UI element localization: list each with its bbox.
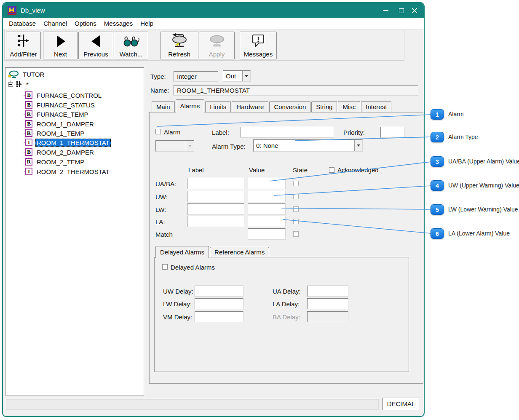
next-arrow-icon	[54, 34, 67, 48]
alarm-type-value: 0: None	[254, 140, 354, 151]
lw-value-input[interactable]	[248, 203, 286, 215]
tab-limits[interactable]: Limits	[205, 101, 231, 112]
direction-dropdown-button[interactable]	[242, 71, 250, 81]
apply-button[interactable]: Apply	[199, 32, 235, 59]
uw-state-checkbox[interactable]	[293, 194, 299, 199]
callout-label-3: UA/BA (Upper Alarm) Value	[448, 158, 519, 165]
acknowledged-label: Acknowledged	[337, 166, 379, 174]
alarm-checkbox[interactable]	[155, 129, 161, 134]
tree-item-room1-damper[interactable]: B ROOM_1_DAMPER	[25, 120, 95, 128]
tree-item-room2-temp[interactable]: R ROOM_2_TEMP	[25, 158, 86, 166]
tree-filter-node[interactable]: *	[16, 80, 30, 88]
add-filter-icon	[15, 34, 32, 49]
tree-item-room2-damper[interactable]: B ROOM_2_DAMPER	[25, 148, 95, 156]
delayed-alarms-checkbox[interactable]	[162, 264, 168, 270]
messages-button[interactable]: Messages	[240, 32, 277, 59]
refresh-label: Refresh	[168, 51, 190, 58]
minimize-button[interactable]	[379, 5, 392, 16]
lw-state-checkbox[interactable]	[293, 206, 299, 212]
uw-label-input[interactable]	[187, 191, 244, 202]
tree-item-label: FURNACE_CONTROL	[35, 91, 103, 99]
main-tabstrip: Main Alarms Limits Hardware Conversion S…	[152, 99, 392, 112]
previous-button[interactable]: Previous	[78, 32, 113, 59]
expand-collapse-box[interactable]	[8, 82, 13, 87]
alarm-type-label: Alarm Type:	[212, 143, 246, 150]
tab-alarms[interactable]: Alarms	[176, 99, 205, 112]
menu-help[interactable]: Help	[140, 20, 153, 27]
tree-item-furnace-status[interactable]: B FURNACE_STATUS	[25, 101, 96, 109]
apply-icon	[207, 33, 227, 49]
tab-reference-alarms[interactable]: Reference Alarms	[210, 247, 269, 257]
uw-delay-label: UW Delay:	[163, 288, 193, 295]
menu-database[interactable]: Database	[9, 20, 36, 27]
watch-button[interactable]: Watch...	[114, 32, 148, 59]
ua-delay-label: UA Delay:	[273, 288, 301, 295]
type-letter-badge: B	[25, 91, 32, 99]
uaba-value-input[interactable]	[248, 178, 286, 189]
la-value-input[interactable]	[248, 216, 286, 227]
tree-root-tutor[interactable]: TUTOR	[8, 70, 45, 78]
la-label-input[interactable]	[187, 216, 244, 227]
vm-delay-input[interactable]	[195, 311, 243, 322]
alarm-type-combobox[interactable]: 0: None	[253, 139, 363, 152]
la-state-checkbox[interactable]	[293, 219, 299, 224]
uaba-state-checkbox[interactable]	[293, 181, 299, 186]
maximize-button[interactable]	[395, 5, 408, 16]
tree-item-room1-temp[interactable]: R ROOM_1_TEMP	[25, 129, 86, 137]
database-node-icon	[8, 70, 19, 78]
chevron-down-icon	[357, 144, 360, 147]
uw-row-label: UW:	[155, 193, 168, 201]
decimal-mode-indicator: DECIMAL	[382, 398, 420, 410]
lw-delay-input[interactable]	[195, 298, 243, 309]
menubar: Database Channel Options Messages Help	[3, 18, 424, 29]
tab-delayed-alarms[interactable]: Delayed Alarms	[155, 246, 209, 258]
tree-root-label: TUTOR	[21, 70, 45, 78]
previous-arrow-icon	[90, 34, 102, 48]
add-filter-button[interactable]: Add/Filter	[6, 32, 41, 59]
callout-label-4: UW (Upper Warning) Value	[448, 182, 519, 189]
menu-messages[interactable]: Messages	[104, 20, 133, 27]
tree-item-room2-thermostat[interactable]: I ROOM_2_THERMOSTAT	[25, 167, 111, 176]
close-button[interactable]	[408, 5, 421, 16]
uw-delay-input[interactable]	[195, 286, 243, 297]
tree-item-room1-thermostat-selected[interactable]: I ROOM_1_THERMOSTAT	[25, 138, 111, 147]
match-state-checkbox[interactable]	[293, 231, 299, 237]
match-value-input[interactable]	[248, 228, 286, 240]
messages-icon	[250, 33, 266, 49]
tab-misc[interactable]: Misc	[338, 101, 360, 112]
la-delay-input[interactable]	[307, 298, 348, 309]
menu-options[interactable]: Options	[75, 20, 96, 27]
tab-conversion[interactable]: Conversion	[269, 101, 310, 112]
disabled-dropdown-button	[186, 141, 194, 151]
direction-value: Out	[223, 71, 242, 81]
tab-interest[interactable]: Interest	[361, 101, 391, 112]
ua-delay-input[interactable]	[307, 286, 348, 297]
uw-value-input[interactable]	[248, 191, 286, 202]
priority-input[interactable]	[380, 127, 405, 138]
delayed-alarms-frame: Delayed Alarms UW Delay: UA Delay: LW De…	[154, 257, 409, 372]
messages-label: Messages	[244, 51, 273, 58]
acknowledged-checkbox[interactable]	[329, 167, 334, 173]
tree-item-label: ROOM_2_DAMPER	[35, 148, 95, 156]
label-input[interactable]	[241, 127, 334, 138]
tree-item-furnace-temp[interactable]: R FURNACE_TEMP	[25, 110, 90, 118]
minimize-icon	[383, 10, 388, 11]
alarm-sub-tabstrip: Delayed Alarms Reference Alarms	[155, 246, 270, 257]
tab-string[interactable]: String	[311, 101, 337, 112]
tab-main[interactable]: Main	[152, 101, 175, 112]
tag-tree-panel: TUTOR * B FURNACE_CONTROL B FURNACE_STAT…	[5, 67, 144, 396]
menu-channel[interactable]: Channel	[43, 20, 67, 27]
grid-state-header: State	[293, 166, 308, 174]
chevron-down-icon	[188, 145, 192, 147]
uaba-label-input[interactable]	[187, 178, 244, 189]
direction-combobox[interactable]: Out	[223, 70, 251, 82]
next-button[interactable]: Next	[43, 32, 78, 59]
refresh-button[interactable]: Refresh	[160, 32, 198, 59]
name-value-field: ROOM_1_THERMOSTAT	[174, 85, 418, 96]
alarm-type-dropdown-button[interactable]	[354, 140, 362, 151]
tab-hardware[interactable]: Hardware	[232, 101, 268, 112]
tree-item-furnace-control[interactable]: B FURNACE_CONTROL	[25, 91, 103, 99]
tree-filter-label: *	[25, 80, 30, 88]
callout-badge-2: 2	[431, 132, 444, 142]
lw-label-input[interactable]	[187, 203, 244, 215]
